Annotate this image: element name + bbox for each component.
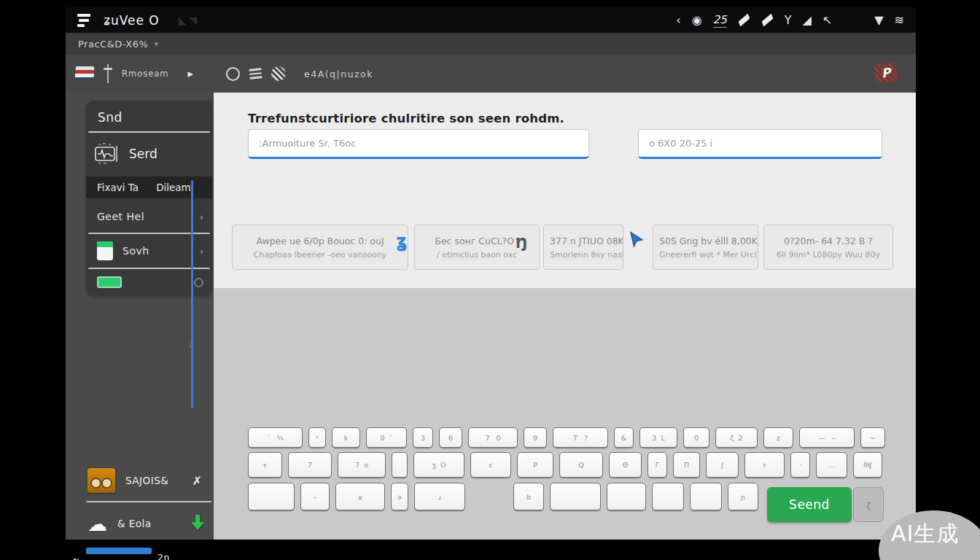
key[interactable]: – [300, 483, 330, 510]
n-glyph-icon: Ŋ [516, 234, 528, 252]
sidebar-header: Rmoseam ▸ [66, 55, 214, 93]
header-band: Rmoseam ▸ e4A(q|nuzok P [66, 55, 916, 93]
key[interactable]: k [332, 427, 360, 448]
circle-icon[interactable] [226, 67, 240, 81]
key[interactable]: ʏ [248, 452, 282, 478]
x-mark-icon[interactable]: ✗ [192, 474, 202, 488]
main-toolbar: e4A(q|nuzok P [214, 55, 916, 93]
card-line2: Smorienn 8sy nasiv [550, 250, 617, 260]
play-arrow-icon[interactable]: ▸ [187, 67, 193, 80]
sidebar-item-battery[interactable] [86, 271, 212, 293]
key[interactable]: T ? [553, 427, 608, 448]
key[interactable]: ¹ [308, 427, 326, 448]
key[interactable]: 0 ˇ [366, 427, 407, 448]
scrollbar-accent[interactable] [191, 180, 193, 408]
download-arrow-icon[interactable] [193, 515, 202, 532]
key[interactable]: 9 [524, 427, 547, 448]
suggestion-card[interactable]: Awpee ue 6/0p Bouoc 0: ouJ Chapfoaa Ibee… [232, 225, 408, 270]
key[interactable]: · [790, 452, 810, 478]
app-logo-icon [77, 14, 90, 27]
suggestion-card[interactable]: 0?20m- 64 7,32 B ? 6ll 9iim* L080py Wuu … [763, 225, 893, 270]
cursor-icon [626, 230, 647, 253]
app-screen: ʑuVee O ◣◥ ‹ ◉ 25 Y ◢ ↖ ▼ ≋ PracC&D-X6% … [66, 7, 916, 540]
key[interactable]: & [614, 427, 634, 448]
stripes-icon[interactable] [271, 66, 286, 81]
card-line2: Gneererfi wot * Mer Urc(0) [659, 250, 752, 260]
key[interactable]: 9ʧ [853, 452, 882, 478]
suggestion-card[interactable]: 377 n JTIUO 08K! Smorienn 8sy nasiv [543, 225, 623, 270]
suggestion-card[interactable]: S0S Gng bv élll 8,00K Gneererfi wot * Me… [653, 225, 758, 270]
status-bar: ʑuVee O ◣◥ ‹ ◉ 25 Y ◢ ↖ ▼ ≋ [66, 7, 916, 33]
key[interactable] [392, 452, 408, 478]
key[interactable] [690, 483, 722, 510]
key[interactable]: ´ ¾ [248, 427, 303, 448]
sidebar-item-serd[interactable]: Serd [86, 137, 212, 171]
sidebar-item-label: Geet Hel [97, 211, 144, 222]
key[interactable]: ə [391, 483, 408, 510]
sidebar-item-label: SAJOIS& [125, 475, 168, 486]
key[interactable]: ʒ O [413, 452, 464, 478]
key[interactable] [652, 483, 684, 510]
key[interactable]: 0 [683, 427, 709, 448]
key[interactable] [550, 483, 601, 510]
key[interactable]: b [513, 483, 544, 510]
key[interactable]: 7 0 [468, 427, 518, 448]
key[interactable]: P [517, 452, 553, 478]
key[interactable]: 7 [288, 452, 332, 478]
key[interactable]: Π [673, 452, 700, 478]
key[interactable]: r [744, 452, 785, 478]
key[interactable]: ɹ [414, 483, 465, 510]
page: ʑuVee O ◣◥ ‹ ◉ 25 Y ◢ ↖ ▼ ≋ PracC&D-X6% … [0, 0, 980, 560]
key[interactable]: Q [559, 452, 603, 478]
slider-icon [103, 64, 113, 83]
key[interactable]: 7 o [338, 452, 386, 478]
card-line1: S0S Gng bv élll 8,00K [659, 236, 752, 246]
sidebar-item-htaesseo[interactable]: 2n Htaesseo [66, 553, 214, 560]
card-line2: Chapfoaa Ibeener -oeo vansoony [238, 250, 402, 260]
ring-icon [194, 278, 203, 287]
menu-lines-icon[interactable] [249, 68, 262, 79]
sidebar-item-sajois[interactable]: SAJOIS& ✗ [66, 463, 214, 498]
tab-fixavi-ta[interactable]: Fixavi Ta [97, 182, 139, 193]
key[interactable]: ʁ [335, 483, 385, 510]
decoration-triangles: ◣◥ [179, 15, 201, 26]
send-button[interactable]: Seend [767, 487, 852, 522]
undo-arrow-icon[interactable]: ↖ [822, 13, 832, 27]
key[interactable]: Θ [609, 452, 642, 478]
key[interactable]: … [816, 452, 847, 478]
flag-icon [74, 66, 94, 81]
form-title: Trrefunstcurtiriore chulritire son seen … [248, 112, 564, 125]
tab-dileam[interactable]: Dileam [156, 182, 191, 193]
fin-icon: ◢ [803, 13, 812, 27]
caret-down-icon[interactable]: ▾ [154, 39, 158, 49]
key[interactable]: 6 [439, 427, 462, 448]
key[interactable]: ~ [860, 427, 885, 448]
key[interactable] [607, 483, 646, 510]
key[interactable]: Γ [648, 452, 667, 478]
text-input-right[interactable] [638, 129, 882, 159]
key[interactable]: ʃ [706, 452, 739, 478]
signal-bar-icon [761, 14, 773, 27]
key[interactable]: 3 [413, 427, 433, 448]
keyboard-row: –ʁəɹbɲ [248, 483, 758, 510]
key[interactable] [248, 483, 295, 510]
key[interactable]: — – [799, 427, 855, 448]
watermark-text: AI生成 [891, 519, 959, 549]
signal-bar-icon [738, 14, 750, 27]
sidebar-item-eola[interactable]: ☁ & Eola [66, 507, 214, 540]
back-chevron-icon[interactable]: ‹ [676, 13, 680, 27]
key[interactable]: z [763, 427, 793, 448]
text-input-left[interactable] [248, 129, 589, 159]
key[interactable]: ζ 2 [715, 427, 758, 448]
dropdown-triangle-icon[interactable]: ▼ [874, 13, 883, 27]
book-icon [97, 241, 113, 260]
chevron-right-icon: › [200, 211, 203, 222]
key[interactable]: 3 L [639, 427, 677, 448]
sidebar-item-geet-hel[interactable]: Geet Hel › [86, 204, 212, 229]
key[interactable]: ε [470, 452, 511, 478]
keyboard-side-key[interactable]: ɀ [853, 487, 884, 522]
sidebar-item-label: 2n Htaesseo [158, 552, 203, 560]
key[interactable]: ɲ [728, 483, 758, 510]
battery-icon [97, 276, 122, 288]
sidebar-item-sovh[interactable]: Sovh › [86, 236, 212, 265]
